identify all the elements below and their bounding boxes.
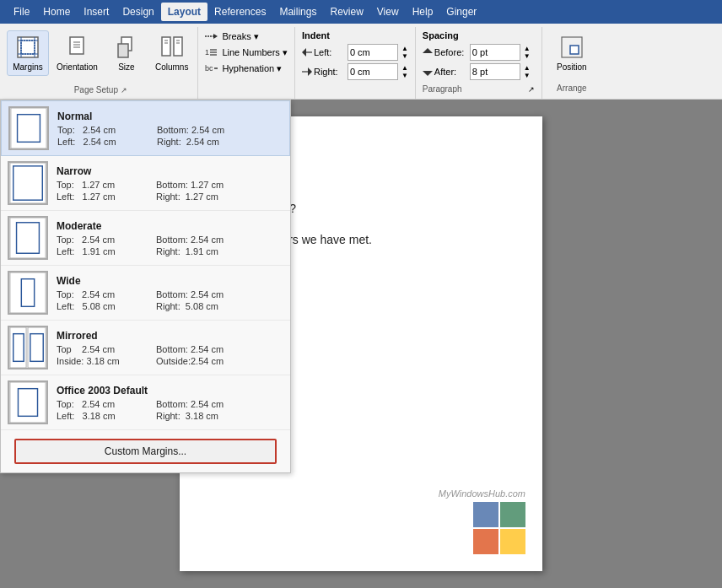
margin-values-wide: Top: 2.54 cm Bottom: 2.54 cm Left: 5.08 …: [57, 289, 283, 311]
svg-rect-33: [570, 46, 579, 54]
margin-bottom-office2003: Bottom: 2.54 cm: [156, 399, 249, 409]
svg-marker-19: [213, 34, 218, 39]
margin-bottom-narrow: Bottom: 1.27 cm: [156, 180, 249, 190]
orientation-button[interactable]: Orientation: [51, 30, 104, 76]
size-label: Size: [118, 62, 134, 73]
margins-dropdown: Normal Top: 2.54 cm Bottom: 2.54 cm Left…: [0, 100, 291, 473]
svg-rect-13: [174, 37, 182, 56]
position-icon: [558, 34, 585, 61]
spacing-after-input[interactable]: [470, 63, 520, 80]
svg-rect-45: [30, 334, 43, 362]
svg-marker-30: [423, 48, 433, 53]
margin-name-normal: Normal: [57, 111, 283, 122]
indent-group: Indent Left: ▲▼ Right: ▲▼: [295, 27, 416, 99]
indent-right-label: Right:: [302, 67, 344, 77]
svg-rect-11: [118, 44, 128, 57]
margin-icon-office2003: [8, 380, 48, 424]
line-numbers-label: Line Numbers ▾: [222, 47, 288, 58]
menu-review[interactable]: Review: [323, 3, 369, 21]
margin-details-normal: Normal Top: 2.54 cm Bottom: 2.54 cm Left…: [57, 111, 283, 147]
custom-margins-button[interactable]: Custom Margins...: [14, 439, 277, 464]
margin-item-moderate[interactable]: Moderate Top: 2.54 cm Bottom: 2.54 cm Le…: [1, 211, 290, 266]
margins-button[interactable]: Margins: [7, 30, 49, 76]
hyphenation-button[interactable]: bc Hyphenation ▾: [202, 61, 291, 76]
spacing-before-label: Before:: [423, 47, 466, 57]
spacing-before-spinner[interactable]: ▲▼: [524, 45, 531, 60]
margin-item-narrow[interactable]: Narrow Top: 1.27 cm Bottom: 1.27 cm Left…: [1, 156, 290, 211]
watermark-tiles: [473, 502, 525, 554]
margin-item-mirrored[interactable]: Mirrored Top 2.54 cm Bottom: 2.54 cm Ins…: [1, 321, 290, 375]
watermark-logo: MyWindowsHub.com: [439, 488, 525, 554]
indent-right-spinner[interactable]: ▲▼: [401, 64, 408, 79]
position-group: Position Arrange: [542, 27, 601, 99]
margin-details-narrow: Narrow Top: 1.27 cm Bottom: 1.27 cm Left…: [57, 165, 283, 202]
margin-outside-mirrored: Outside:2.54 cm: [156, 356, 249, 366]
arrange-label: Arrange: [557, 84, 587, 95]
menu-design[interactable]: Design: [116, 3, 160, 21]
margin-top-narrow: Top: 1.27 cm: [57, 180, 149, 190]
svg-marker-29: [308, 67, 312, 76]
spacing-title: Spacing: [423, 30, 535, 40]
size-icon: [113, 34, 140, 61]
columns-button[interactable]: Columns: [149, 30, 194, 76]
indent-right-input[interactable]: [348, 63, 398, 80]
ribbon: Margins Orientation: [0, 24, 722, 100]
margin-bottom-wide: Bottom: 2.54 cm: [156, 289, 249, 299]
margin-values-office2003: Top: 2.54 cm Bottom: 2.54 cm Left: 3.18 …: [57, 399, 283, 421]
menu-insert[interactable]: Insert: [77, 3, 116, 21]
margin-top-normal: Top: 2.54 cm: [57, 125, 150, 135]
svg-marker-26: [302, 48, 306, 57]
margin-left-office2003: Left: 3.18 cm: [57, 411, 149, 421]
spacing-after-label: After:: [423, 67, 466, 77]
margin-icon-mirrored: [8, 326, 48, 370]
menu-home[interactable]: Home: [36, 3, 77, 21]
indent-left-input[interactable]: [348, 44, 398, 61]
margin-icon-wide: [8, 271, 48, 315]
paragraph-dialog-launcher[interactable]: ↗: [528, 85, 535, 94]
spacing-after-spinner[interactable]: ▲▼: [524, 64, 531, 79]
columns-label: Columns: [155, 62, 188, 73]
menu-references[interactable]: References: [207, 3, 272, 21]
svg-rect-39: [17, 223, 40, 253]
margin-name-mirrored: Mirrored: [57, 330, 283, 342]
indent-title: Indent: [302, 30, 408, 40]
menu-mailings[interactable]: Mailings: [272, 3, 323, 21]
margin-left-moderate: Left: 1.91 cm: [57, 246, 149, 256]
watermark: MyWindowsHub.com: [439, 488, 525, 554]
margin-right-office2003: Right: 3.18 cm: [156, 411, 249, 421]
breaks-button[interactable]: Breaks ▾: [202, 29, 291, 44]
svg-rect-6: [70, 37, 84, 54]
paragraph-group-label: Paragraph: [423, 84, 462, 94]
menu-file[interactable]: File: [7, 3, 36, 21]
size-button[interactable]: Size: [105, 30, 148, 76]
margin-item-office2003[interactable]: Office 2003 Default Top: 2.54 cm Bottom:…: [1, 375, 290, 430]
menu-view[interactable]: View: [370, 3, 406, 21]
margin-right-moderate: Right: 1.91 cm: [156, 246, 249, 256]
indent-left-spinner[interactable]: ▲▼: [401, 45, 408, 60]
margin-name-moderate: Moderate: [57, 220, 283, 232]
margin-right-narrow: Right: 1.27 cm: [156, 192, 249, 202]
menu-ginger[interactable]: Ginger: [439, 3, 483, 21]
margin-details-wide: Wide Top: 2.54 cm Bottom: 2.54 cm Left: …: [57, 275, 283, 311]
svg-rect-37: [13, 166, 43, 200]
menu-layout[interactable]: Layout: [161, 3, 207, 21]
spacing-before-input[interactable]: [470, 44, 520, 61]
margin-values-mirrored: Top 2.54 cm Bottom: 2.54 cm Inside: 3.18…: [57, 344, 283, 366]
page-setup-label: Page Setup ↗: [7, 85, 194, 97]
margin-left-normal: Left: 2.54 cm: [57, 137, 150, 147]
position-button[interactable]: Position: [551, 30, 593, 76]
menu-help[interactable]: Help: [406, 3, 440, 21]
hyphenation-icon: bc: [205, 62, 218, 74]
margin-details-moderate: Moderate Top: 2.54 cm Bottom: 2.54 cm Le…: [57, 220, 283, 256]
margin-name-wide: Wide: [57, 275, 283, 287]
margin-details-office2003: Office 2003 Default Top: 2.54 cm Bottom:…: [57, 385, 283, 421]
margin-top-moderate: Top: 2.54 cm: [57, 235, 149, 245]
margin-left-narrow: Left: 1.27 cm: [57, 192, 149, 202]
margin-item-normal[interactable]: Normal Top: 2.54 cm Bottom: 2.54 cm Left…: [1, 100, 290, 156]
margin-item-wide[interactable]: Wide Top: 2.54 cm Bottom: 2.54 cm Left: …: [1, 266, 290, 321]
breaks-label: Breaks ▾: [222, 31, 258, 42]
line-numbers-button[interactable]: 1 Line Numbers ▾: [202, 45, 291, 60]
columns-icon: [159, 34, 186, 61]
margin-values-normal: Top: 2.54 cm Bottom: 2.54 cm Left: 2.54 …: [57, 125, 283, 147]
page-setup-dialog-launcher[interactable]: ↗: [121, 86, 127, 94]
